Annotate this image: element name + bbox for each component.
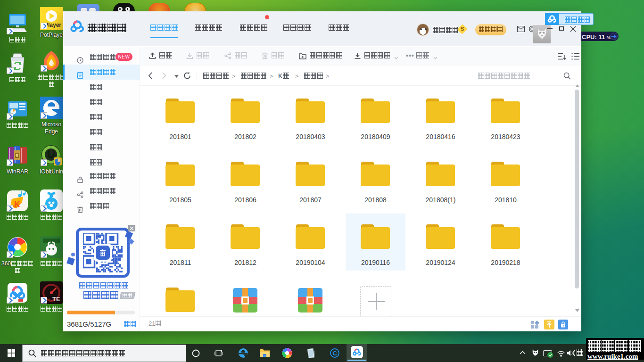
svg-text:TE: TE [52, 296, 60, 303]
svg-text:K: K [14, 200, 20, 209]
svg-text:C: C [333, 350, 338, 357]
svg-text:Player: Player [44, 22, 61, 28]
